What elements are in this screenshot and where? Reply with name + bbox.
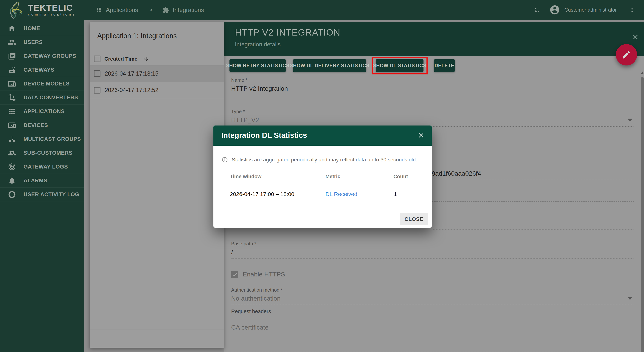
sidebar-item-gateway-logs[interactable]: GATEWAY LOGS <box>0 160 84 174</box>
table-divider <box>221 187 424 188</box>
sort-desc-arrow-icon[interactable] <box>143 56 150 62</box>
chevron-down-icon <box>628 119 632 122</box>
detail-subtitle: Integration details <box>235 41 281 48</box>
detail-title: HTTP V2 INTEGRATION <box>235 27 340 38</box>
user-avatar-icon[interactable] <box>549 5 560 15</box>
enable-https-label: Enable HTTPS <box>243 271 285 278</box>
ca-certificate-input[interactable]: CA certificate <box>231 322 634 351</box>
sidebar-item-multicast-groups[interactable]: MULTICAST GROUPS <box>0 132 84 146</box>
sidebar-item-home[interactable]: HOME <box>0 22 84 35</box>
clover-logo-icon <box>3 1 27 19</box>
show-dl-statistics-button[interactable]: SHOW DL STATISTICS <box>376 59 424 72</box>
sidebar-item-label: USERS <box>24 39 42 45</box>
base-path-field: Base path * / <box>231 241 634 259</box>
sidebar-item-label: ALARMS <box>24 178 47 184</box>
sidebar-item-alarms[interactable]: ALARMS <box>0 174 84 188</box>
top-bar: TEKTELIC communications Applications > I… <box>0 0 644 20</box>
auth-method-value: No authentication <box>231 295 281 302</box>
close-icon[interactable] <box>632 33 639 41</box>
sidebar-item-user-activity-log[interactable]: USER ACTIVITY LOG <box>0 188 84 202</box>
sidebar-item-label: GATEWAYS <box>24 67 54 73</box>
table-row[interactable]: 2026-04-17 17:12:52 <box>90 82 224 98</box>
transform-icon <box>8 94 16 102</box>
sidebar-item-gateways[interactable]: GATEWAYS <box>0 63 84 77</box>
user-name: Customer administrator <box>564 7 617 13</box>
breadcrumb: Applications > Integrations <box>96 7 204 14</box>
sidebar-item-label: USER ACTIVITY LOG <box>24 191 79 198</box>
edit-fab-button[interactable] <box>616 44 637 65</box>
detail-action-buttons: SHOW RETRY STATISTICS SHOW UL DELIVERY S… <box>230 57 455 74</box>
sidebar-item-users[interactable]: USERS <box>0 35 84 49</box>
show-retry-statistics-button[interactable]: SHOW RETRY STATISTICS <box>230 59 286 72</box>
type-select: HTTP_V2 <box>231 114 634 127</box>
delete-button[interactable]: DELETE <box>434 59 455 72</box>
annotation-highlight-box: SHOW DL STATISTICS <box>372 57 428 74</box>
ca-certificate-field: CA certificate <box>231 322 634 351</box>
gateway-groups-icon <box>8 52 16 60</box>
stat-row-count: 1 <box>394 191 397 197</box>
table-row[interactable]: 2026-04-17 17:13:15 <box>90 65 224 82</box>
row-created-time: 2026-04-17 17:12:52 <box>105 87 158 94</box>
base-path-input[interactable]: / <box>231 247 634 259</box>
show-ul-delivery-statistics-button[interactable]: SHOW UL DELIVERY STATISTICS <box>293 59 366 72</box>
column-header-metric: Metric <box>326 174 340 180</box>
sidebar-item-devices[interactable]: DEVICES <box>0 118 84 132</box>
created-time-column-header[interactable]: Created Time <box>104 56 138 62</box>
scrollbar <box>641 70 644 352</box>
sidebar-nav: HOME USERS GATEWAY GROUPS GATEWAYS DEVIC… <box>0 20 84 352</box>
name-field: Name * HTTP v2 Integration <box>231 77 634 95</box>
dialog-info-text: Statistics are aggregated periodically a… <box>232 157 417 163</box>
url-input[interactable]: 9ad1f60aaa026f4 <box>432 168 634 180</box>
sidebar-item-label: GATEWAY GROUPS <box>24 53 76 59</box>
url-field-visible-part: 9ad1f60aaa026f4 <box>432 168 634 180</box>
sidebar-item-device-models[interactable]: DEVICE MODELS <box>0 77 84 91</box>
select-all-checkbox[interactable] <box>94 56 100 62</box>
scrollbar-up-arrow[interactable] <box>641 71 644 74</box>
column-header-time-window: Time window <box>230 174 262 180</box>
sidebar-item-applications[interactable]: APPLICATIONS <box>0 105 84 118</box>
more-vert-icon[interactable] <box>629 7 636 13</box>
row-checkbox[interactable] <box>94 70 100 77</box>
info-icon <box>222 156 228 163</box>
name-input[interactable]: HTTP v2 Integration <box>231 83 634 95</box>
sidebar-item-label: APPLICATIONS <box>24 108 64 114</box>
type-field: Type * HTTP_V2 <box>231 109 634 127</box>
scrollbar-thumb[interactable] <box>641 77 644 352</box>
auth-method-select: No authentication <box>231 293 634 305</box>
sidebar-item-label: DEVICE MODELS <box>24 81 70 87</box>
breadcrumb-applications[interactable]: Applications <box>106 7 138 14</box>
gateway-logs-icon <box>8 163 16 171</box>
sub-customers-icon <box>8 149 16 157</box>
dialog-close-button[interactable]: CLOSE <box>400 213 428 225</box>
sidebar-item-label: GATEWAY LOGS <box>24 164 68 170</box>
dl-statistics-dialog: Integration DL Statistics Statistics are… <box>214 125 432 228</box>
brand-name: TEKTELIC <box>28 3 76 12</box>
column-header-count: Count <box>394 174 408 180</box>
table-footer <box>90 329 224 348</box>
enable-https-field: Enable HTTPS <box>231 271 285 278</box>
auth-method-label: Authentication method * <box>231 287 634 293</box>
sidebar-item-label: DEVICES <box>24 122 48 128</box>
activity-icon <box>8 191 16 199</box>
type-value: HTTP_V2 <box>231 116 259 123</box>
puzzle-icon <box>163 7 169 13</box>
name-label: Name * <box>231 77 634 83</box>
type-label: Type * <box>231 109 634 114</box>
sidebar-item-sub-customers[interactable]: SUB-CUSTOMERS <box>0 146 84 160</box>
fullscreen-icon[interactable] <box>534 6 541 14</box>
dialog-title: Integration DL Statistics <box>221 131 307 139</box>
row-created-time: 2026-04-17 17:13:15 <box>105 70 158 77</box>
detail-header: HTTP V2 INTEGRATION Integration details <box>224 22 644 56</box>
router-icon <box>8 66 16 74</box>
table-header-row: Created Time <box>90 52 224 65</box>
brand-text: TEKTELIC communications <box>28 3 76 17</box>
close-icon[interactable] <box>417 131 425 139</box>
stat-row-metric-link[interactable]: DL Received <box>326 191 358 197</box>
field-underline <box>432 230 634 230</box>
row-checkbox[interactable] <box>94 87 100 94</box>
brand-tagline: communications <box>28 13 76 17</box>
auth-method-field: Authentication method * No authenticatio… <box>231 287 634 305</box>
sidebar-item-gateway-groups[interactable]: GATEWAY GROUPS <box>0 49 84 63</box>
sidebar-item-label: DATA CONVERTERS <box>24 94 78 101</box>
sidebar-item-data-converters[interactable]: DATA CONVERTERS <box>0 91 84 105</box>
